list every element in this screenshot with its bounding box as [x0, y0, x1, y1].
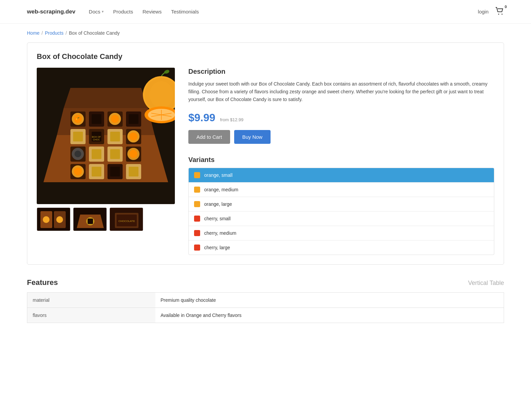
variant-label-cherry-large: cherry, large	[204, 245, 230, 250]
nav-docs[interactable]: Docs ▾	[89, 9, 104, 14]
add-to-cart-button[interactable]: Add to Cart	[188, 130, 230, 144]
variant-item-cherry-large[interactable]: cherry, large	[189, 240, 494, 255]
price-main: $9.99	[188, 111, 215, 124]
features-title: Features	[27, 278, 58, 287]
chocolate-box-illustration: 🍊 BOX OF CHOC	[37, 68, 175, 204]
svg-rect-24	[110, 132, 120, 141]
variant-swatch-orange-large	[194, 201, 200, 207]
nav-right: login 0	[478, 7, 504, 17]
login-link[interactable]: login	[478, 9, 489, 14]
product-images: 🍊 BOX OF CHOC	[37, 68, 175, 255]
variant-label-orange-large: orange, large	[204, 201, 232, 207]
svg-point-49	[150, 81, 173, 108]
variant-item-orange-medium[interactable]: orange, medium	[189, 183, 494, 197]
variant-item-cherry-medium[interactable]: cherry, medium	[189, 226, 494, 240]
svg-point-27	[129, 132, 137, 140]
product-body: 🍊 BOX OF CHOC	[37, 68, 494, 255]
chevron-down-icon: ▾	[102, 9, 104, 14]
features-table: materialPremium quality chocolateflavors…	[27, 292, 504, 323]
button-row: Add to Cart Buy Now	[188, 130, 494, 144]
thumbnail-3[interactable]: CHOCOLATE	[110, 207, 143, 231]
svg-text:🍊: 🍊	[75, 117, 80, 122]
svg-rect-11	[92, 114, 101, 124]
variant-list: orange, smallorange, mediumorange, large…	[188, 168, 494, 255]
nav-reviews[interactable]: Reviews	[143, 9, 162, 14]
cart-button[interactable]: 0	[495, 7, 504, 17]
svg-point-37	[129, 150, 137, 158]
svg-point-40	[74, 167, 82, 175]
variant-item-orange-small[interactable]: orange, small	[189, 168, 494, 183]
svg-rect-46	[129, 167, 138, 176]
feature-key: flavors	[27, 308, 155, 323]
svg-point-0	[498, 14, 499, 15]
product-details: Description Indulge your sweet tooth wit…	[188, 68, 494, 255]
variants-title: Variants	[188, 156, 494, 164]
product-card: Box of Chocolate Candy 🍊	[27, 42, 504, 265]
svg-rect-64	[88, 219, 93, 224]
variant-swatch-orange-medium	[194, 187, 200, 193]
breadcrumb-current: Box of Chocolate Candy	[69, 30, 120, 36]
feature-row: materialPremium quality chocolate	[27, 293, 504, 308]
cart-count: 0	[505, 5, 507, 9]
variant-swatch-cherry-large	[194, 245, 200, 251]
breadcrumb: Home / Products / Box of Chocolate Candy	[0, 24, 531, 42]
buy-now-button[interactable]: Buy Now	[234, 130, 271, 144]
nav-products[interactable]: Products	[113, 9, 133, 14]
svg-point-14	[111, 115, 119, 123]
svg-rect-42	[92, 167, 101, 176]
variant-item-cherry-small[interactable]: cherry, small	[189, 212, 494, 226]
breadcrumb-sep-1: /	[41, 30, 43, 36]
variant-label-cherry-small: cherry, small	[204, 216, 230, 221]
variant-label-cherry-medium: cherry, medium	[204, 230, 236, 236]
svg-rect-18	[73, 132, 83, 141]
feature-value: Premium quality chocolate	[155, 293, 504, 308]
nav-testimonials[interactable]: Testimonials	[171, 9, 199, 14]
svg-text:BOX OF: BOX OF	[92, 136, 101, 138]
variant-label-orange-small: orange, small	[204, 172, 232, 178]
product-title: Box of Chocolate Candy	[37, 52, 494, 61]
thumbnail-2[interactable]	[73, 207, 107, 231]
nav-links: Docs ▾ Products Reviews Testimonials	[89, 9, 478, 14]
thumbnail-1[interactable]	[37, 207, 70, 231]
features-header: Features Vertical Table	[27, 278, 504, 287]
variant-item-orange-large[interactable]: orange, large	[189, 197, 494, 212]
feature-row: flavorsAvailable in Orange and Cherry fl…	[27, 308, 504, 323]
features-view-label: Vertical Table	[468, 280, 504, 287]
variant-swatch-cherry-small	[194, 216, 200, 222]
feature-key: material	[27, 293, 155, 308]
description-text: Indulge your sweet tooth with our Box of…	[188, 80, 494, 103]
svg-text:CHOC: CHOC	[93, 138, 100, 141]
variant-swatch-orange-small	[194, 172, 200, 178]
feature-value: Available in Orange and Cherry flavors	[155, 308, 504, 323]
svg-rect-44	[110, 167, 120, 176]
navbar: web-scraping.dev Docs ▾ Products Reviews…	[0, 0, 531, 24]
brand-logo: web-scraping.dev	[27, 8, 75, 15]
breadcrumb-home[interactable]: Home	[27, 30, 39, 36]
description-title: Description	[188, 68, 494, 75]
price-row: $9.99 from $12.99	[188, 111, 494, 124]
thumbnail-row: CHOCOLATE	[37, 207, 175, 231]
svg-marker-5	[64, 88, 148, 108]
svg-point-1	[502, 14, 503, 15]
svg-point-59	[43, 216, 50, 223]
price-from: from $12.99	[220, 117, 243, 122]
svg-rect-16	[129, 114, 138, 124]
svg-marker-3	[43, 135, 168, 182]
variant-label-orange-medium: orange, medium	[204, 187, 238, 192]
features-section: Features Vertical Table materialPremium …	[27, 278, 504, 323]
breadcrumb-sep-2: /	[66, 30, 67, 36]
variant-swatch-cherry-medium	[194, 230, 200, 236]
svg-point-30	[74, 151, 81, 157]
svg-rect-34	[110, 149, 120, 159]
svg-rect-32	[92, 149, 101, 159]
main-product-image: 🍊 BOX OF CHOC	[37, 68, 175, 204]
breadcrumb-products[interactable]: Products	[45, 30, 63, 36]
cart-icon	[495, 7, 504, 15]
svg-text:CHOCOLATE: CHOCOLATE	[118, 220, 135, 223]
svg-point-60	[56, 216, 63, 223]
